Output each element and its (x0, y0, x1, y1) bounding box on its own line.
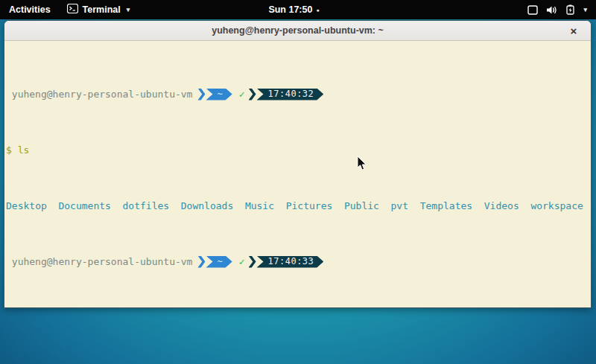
prompt-cwd-segment: ~ (206, 89, 232, 100)
terminal-content[interactable]: yuheng@henry-personal-ubuntu-vm ~ ✓ 17:4… (4, 41, 591, 308)
system-status-area[interactable]: ▾ (527, 0, 596, 19)
close-button[interactable]: × (567, 24, 580, 37)
powerline-chevron-icon (249, 256, 256, 268)
volume-icon (546, 5, 557, 15)
notification-dot: ● (316, 7, 319, 13)
window-titlebar[interactable]: yuheng@henry-personal-ubuntu-vm: ~ × (4, 21, 591, 41)
directory-name: dotfiles (123, 200, 170, 211)
window-title: yuheng@henry-personal-ubuntu-vm: ~ (212, 25, 384, 36)
prompt-user-host: yuheng@henry-personal-ubuntu-vm (12, 89, 193, 100)
directory-name: Music (245, 200, 274, 211)
prompt-line-1: yuheng@henry-personal-ubuntu-vm ~ ✓ 17:4… (6, 89, 589, 100)
clock-button[interactable]: Sun 17:50 ● (268, 0, 319, 19)
clock-label: Sun 17:50 (268, 4, 312, 15)
directory-name: workspace (530, 200, 583, 211)
chevron-down-icon: ▾ (127, 6, 130, 13)
checkmark-icon: ✓ (239, 256, 245, 267)
ls-output: DesktopDocumentsdotfilesDownloadsMusicPi… (6, 200, 589, 211)
powerline-chevron-icon (197, 89, 205, 100)
directory-name: Templates (420, 200, 472, 211)
command-line: $ ls (6, 144, 589, 156)
directory-name: Desktop (6, 200, 47, 211)
prompt-time-segment: 17:40:33 (257, 256, 324, 268)
directory-name: Pictures (286, 200, 333, 211)
terminal-icon (67, 4, 78, 16)
app-menu-terminal[interactable]: Terminal ▾ (60, 0, 138, 19)
directory-name: Public (344, 200, 379, 211)
screen-icon (527, 5, 538, 15)
prompt-line-2: yuheng@henry-personal-ubuntu-vm ~ ✓ 17:4… (6, 256, 589, 267)
terminal-window: yuheng@henry-personal-ubuntu-vm: ~ × yuh… (4, 20, 592, 308)
prompt-cwd-segment: ~ (206, 256, 232, 268)
prompt-time-segment: 17:40:32 (257, 89, 324, 100)
prompt-user-host: yuheng@henry-personal-ubuntu-vm (12, 256, 193, 267)
top-bar: Activities Terminal ▾ Sun 17:50 ● (0, 0, 596, 19)
prompt-symbol: $ (6, 144, 12, 156)
battery-charging-icon (565, 4, 575, 15)
powerline-chevron-icon (249, 89, 256, 100)
typed-command: ls (18, 144, 30, 156)
directory-name: Documents (58, 200, 110, 211)
app-menu-label: Terminal (83, 4, 121, 15)
powerline-chevron-icon (197, 256, 205, 268)
activities-button[interactable]: Activities (0, 0, 60, 19)
directory-name: Videos (484, 200, 519, 211)
directory-name: Downloads (181, 200, 233, 211)
checkmark-icon: ✓ (239, 89, 245, 100)
chevron-down-icon: ▾ (583, 6, 587, 13)
directory-name: pvt (391, 200, 408, 211)
